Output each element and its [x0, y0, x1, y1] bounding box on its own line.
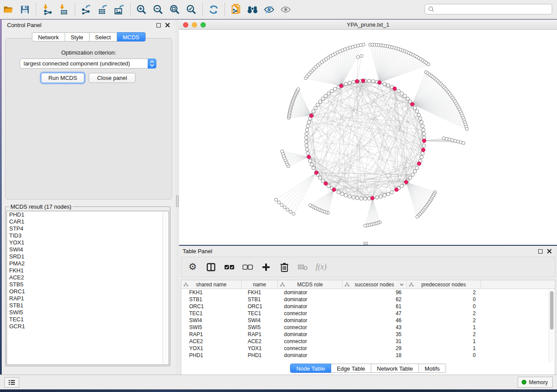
- table-cell[interactable]: SWI5: [242, 324, 278, 331]
- mcds-result-item[interactable]: YOX1: [7, 239, 169, 246]
- network-node[interactable]: [327, 92, 330, 95]
- mcds-result-item[interactable]: PHD1: [7, 211, 169, 218]
- network-node[interactable]: [306, 124, 310, 128]
- export-image-button[interactable]: [111, 2, 128, 17]
- network-node[interactable]: [360, 197, 363, 200]
- network-node[interactable]: [305, 144, 308, 148]
- mcds-result-item[interactable]: PMA2: [7, 260, 169, 267]
- table-cell[interactable]: RAP1: [181, 331, 242, 338]
- mcds-result-item[interactable]: SRD1: [7, 253, 169, 260]
- table-row[interactable]: PHD1PHD1dominator180: [181, 352, 555, 359]
- export-table-button[interactable]: [94, 2, 111, 17]
- column-header-MCDS-role[interactable]: MCDS role: [278, 280, 343, 289]
- mcds-result-item[interactable]: RAP1: [7, 295, 169, 302]
- table-cell[interactable]: YOX1: [242, 345, 278, 352]
- network-node[interactable]: [312, 110, 315, 113]
- table-cell[interactable]: dominator: [278, 352, 343, 359]
- table-cell[interactable]: 0: [407, 303, 481, 310]
- new-network-from-selection-button[interactable]: [228, 2, 244, 17]
- table-cell[interactable]: SWI4: [242, 317, 278, 324]
- mcds-result-item[interactable]: CAR1: [7, 218, 169, 225]
- mcds-result-item[interactable]: TID3: [7, 232, 169, 239]
- table-settings-button[interactable]: ⚙: [187, 261, 199, 273]
- network-node[interactable]: [397, 89, 400, 93]
- column-header-successor-nodes[interactable]: successor nodes: [343, 280, 407, 289]
- network-node[interactable]: [408, 176, 412, 179]
- mcds-result-item[interactable]: SWI5: [7, 309, 169, 316]
- table-cell[interactable]: ACE2: [181, 338, 242, 345]
- network-node[interactable]: [286, 208, 289, 211]
- network-node[interactable]: [462, 141, 465, 144]
- tab-style[interactable]: Style: [65, 32, 90, 41]
- network-node[interactable]: [274, 198, 277, 201]
- network-node[interactable]: [289, 210, 292, 213]
- network-node[interactable]: [321, 179, 325, 182]
- network-hub-node[interactable]: [422, 148, 426, 152]
- table-cell[interactable]: 46: [343, 317, 407, 324]
- table-cell[interactable]: TEC1: [181, 310, 242, 317]
- network-node[interactable]: [348, 195, 351, 198]
- network-hub-node[interactable]: [324, 182, 328, 186]
- network-node[interactable]: [292, 212, 295, 215]
- deselect-all-button[interactable]: [242, 261, 254, 273]
- table-scrollbar-thumb[interactable]: [550, 291, 554, 330]
- network-node[interactable]: [403, 94, 407, 98]
- table-scrollbar[interactable]: [549, 290, 554, 362]
- table-cell[interactable]: 43: [343, 324, 407, 331]
- network-node[interactable]: [363, 197, 367, 200]
- float-panel-icon[interactable]: [538, 249, 543, 254]
- mcds-result-item[interactable]: GCR1: [7, 323, 169, 330]
- network-hub-node[interactable]: [339, 84, 343, 88]
- network-node[interactable]: [340, 192, 344, 196]
- table-cell[interactable]: connector: [278, 345, 343, 352]
- task-history-button[interactable]: [4, 377, 19, 388]
- network-node[interactable]: [362, 43, 365, 46]
- table-cell[interactable]: 1: [407, 324, 481, 331]
- table-cell[interactable]: connector: [278, 324, 343, 331]
- table-cell[interactable]: 0: [407, 296, 481, 303]
- save-session-button[interactable]: [17, 2, 33, 17]
- network-node[interactable]: [316, 103, 319, 107]
- close-panel-button[interactable]: Close panel: [89, 73, 135, 83]
- close-panel-icon[interactable]: [165, 23, 170, 28]
- table-cell[interactable]: 96: [343, 289, 407, 296]
- network-node[interactable]: [280, 203, 283, 206]
- network-hub-node[interactable]: [307, 155, 311, 159]
- show-columns-button[interactable]: [205, 261, 217, 273]
- search-input[interactable]: [435, 5, 552, 14]
- tab-node-table[interactable]: Node Table: [290, 364, 331, 373]
- table-cell[interactable]: PHD1: [181, 352, 242, 359]
- network-node[interactable]: [375, 196, 379, 199]
- network-node[interactable]: [413, 170, 417, 173]
- network-node[interactable]: [420, 155, 423, 159]
- network-node[interactable]: [421, 124, 424, 128]
- table-row[interactable]: ACE2ACE2connector311: [181, 338, 555, 345]
- delete-column-button[interactable]: [278, 261, 291, 273]
- table-cell[interactable]: ORC1: [181, 303, 242, 310]
- table-cell[interactable]: STB1: [181, 296, 242, 303]
- network-node[interactable]: [304, 136, 308, 139]
- hide-selected-button[interactable]: [261, 2, 277, 17]
- mcds-result-item[interactable]: ORC1: [7, 288, 169, 295]
- network-hub-node[interactable]: [422, 139, 426, 143]
- mcds-result-item[interactable]: STP4: [7, 225, 169, 232]
- mcds-result-list[interactable]: PHD1CAR1STP4TID3YOX1SWI4SRD1PMA2FKH1ACE2…: [7, 211, 169, 365]
- table-cell[interactable]: 1: [407, 338, 481, 345]
- table-cell[interactable]: FKH1: [242, 289, 278, 296]
- table-row[interactable]: RAP1RAP1dominator352: [181, 331, 555, 338]
- network-node[interactable]: [415, 110, 419, 113]
- network-node[interactable]: [419, 117, 422, 120]
- add-column-button[interactable]: [260, 261, 272, 273]
- network-hub-node[interactable]: [404, 180, 408, 184]
- network-node[interactable]: [411, 173, 415, 176]
- vertical-splitter[interactable]: [176, 20, 179, 375]
- network-node[interactable]: [427, 63, 430, 66]
- network-node[interactable]: [352, 80, 355, 84]
- search-box[interactable]: [425, 4, 552, 14]
- network-node[interactable]: [314, 106, 317, 110]
- table-cell[interactable]: dominator: [278, 317, 343, 324]
- export-network-button[interactable]: [78, 2, 94, 17]
- column-header-shared-name[interactable]: shared name: [181, 280, 242, 289]
- function-builder-button[interactable]: f(x): [315, 261, 327, 273]
- network-node[interactable]: [379, 195, 383, 198]
